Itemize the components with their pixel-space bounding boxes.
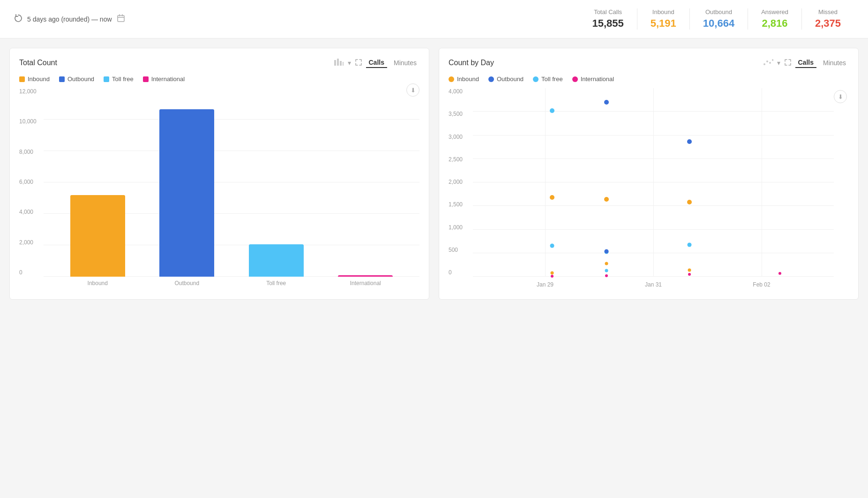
y-axis-label: 4,000 <box>19 209 39 215</box>
outbound-stat: Outbound 10,664 <box>689 8 748 30</box>
refresh-icon[interactable] <box>14 14 22 24</box>
charts-area: Total Count ▾ Calls Minu <box>0 38 868 309</box>
y-axis-label: 6,000 <box>19 179 39 185</box>
y-axis-label: 1,500 <box>449 201 468 208</box>
data-dot <box>688 268 691 272</box>
y-axis-label: 3,500 <box>449 111 468 117</box>
count-by-day-controls: ▾ Calls Minutes <box>763 58 849 68</box>
legend-label: Toll free <box>112 75 134 83</box>
x-axis-label: Toll free <box>237 277 315 290</box>
bar-chart-dropdown-icon[interactable]: ▾ <box>348 59 351 67</box>
legend-color <box>488 76 494 82</box>
legend-color <box>104 76 109 82</box>
data-dot <box>604 249 608 253</box>
total-count-expand-icon[interactable] <box>355 59 362 68</box>
count-by-day-title: Count by Day <box>449 59 494 67</box>
legend-item: Outbound <box>59 75 94 83</box>
y-axis-label: 1,000 <box>449 224 468 231</box>
data-dot <box>550 195 554 200</box>
total-count-calls-tab[interactable]: Calls <box>366 58 387 68</box>
x-date-label: Jan 29 <box>537 281 554 288</box>
y-axis-label: 4,000 <box>449 88 468 95</box>
x-axis-label: Outbound <box>148 277 226 290</box>
data-dot <box>550 108 554 113</box>
count-by-day-calls-tab[interactable]: Calls <box>795 58 816 68</box>
x-date-label: Jan 31 <box>645 281 662 288</box>
legend-label: Outbound <box>67 75 94 83</box>
data-dot <box>550 243 554 248</box>
legend-label: Inbound <box>457 75 479 83</box>
y-axis-label: 10,000 <box>19 118 39 125</box>
legend-color <box>59 76 65 82</box>
data-dot <box>688 273 691 276</box>
legend-color <box>533 76 539 82</box>
bar[interactable] <box>159 109 214 277</box>
total-count-legend: InboundOutboundToll freeInternational <box>19 75 419 83</box>
bar-y-axis: 02,0004,0006,0008,00010,00012,000 <box>19 88 44 290</box>
bar-group <box>148 88 226 277</box>
dot-chart-download-btn[interactable]: ⬇ <box>834 90 847 103</box>
y-axis-label: 0 <box>449 269 468 276</box>
y-axis-label: 2,000 <box>19 239 39 246</box>
missed-stat: Missed 2,375 <box>801 8 854 30</box>
legend-label: Outbound <box>497 75 524 83</box>
count-by-day-expand-icon[interactable] <box>784 59 792 68</box>
legend-item: Toll free <box>533 75 563 83</box>
legend-label: International <box>151 75 185 83</box>
legend-label: International <box>581 75 614 83</box>
count-by-day-chart: Count by Day ▾ Calls Min <box>439 48 859 300</box>
count-by-day-dropdown-icon[interactable]: ▾ <box>777 59 780 67</box>
total-count-header: Total Count ▾ Calls Minu <box>19 58 419 68</box>
data-dot <box>551 271 554 274</box>
top-bar: 5 days ago (rounded) — now Total Calls 1… <box>0 0 868 38</box>
total-calls-stat: Total Calls 15,855 <box>579 8 636 30</box>
calendar-icon[interactable] <box>117 14 125 24</box>
legend-item: Inbound <box>19 75 50 83</box>
legend-item: International <box>572 75 614 83</box>
data-dot <box>605 269 608 272</box>
y-axis-label: 500 <box>449 247 468 253</box>
svg-rect-1 <box>334 60 336 66</box>
total-count-chart: Total Count ▾ Calls Minu <box>9 48 429 300</box>
bar-group <box>327 88 405 277</box>
bar[interactable] <box>249 244 304 277</box>
svg-point-8 <box>772 59 773 61</box>
svg-point-6 <box>766 60 768 62</box>
bar-chart-download-btn[interactable]: ⬇ <box>406 83 419 97</box>
bar[interactable] <box>70 195 125 277</box>
total-count-title: Total Count <box>19 59 57 67</box>
bar-group <box>237 88 315 277</box>
svg-rect-2 <box>337 59 339 66</box>
y-axis-label: 8,000 <box>19 149 39 155</box>
time-range-section: 5 days ago (rounded) — now <box>14 14 125 24</box>
svg-rect-4 <box>343 62 344 66</box>
answered-stat: Answered 2,816 <box>748 8 801 30</box>
data-dot <box>687 200 692 204</box>
y-axis-label: 3,000 <box>449 134 468 140</box>
legend-item: Outbound <box>488 75 524 83</box>
data-dot <box>605 262 608 265</box>
data-dot <box>604 100 609 105</box>
y-axis-label: 2,000 <box>449 179 468 185</box>
data-dot <box>778 272 781 275</box>
x-axis-label: Inbound <box>59 277 137 290</box>
line-chart-icon[interactable] <box>763 59 773 68</box>
legend-item: Toll free <box>104 75 134 83</box>
stats-row: Total Calls 15,855 Inbound 5,191 Outboun… <box>579 8 854 30</box>
legend-color <box>143 76 149 82</box>
legend-color <box>572 76 578 82</box>
count-by-day-minutes-tab[interactable]: Minutes <box>820 58 849 68</box>
bar-chart-icon[interactable] <box>334 58 344 68</box>
svg-point-7 <box>769 62 771 64</box>
total-count-controls: ▾ Calls Minutes <box>334 58 420 68</box>
total-count-minutes-tab[interactable]: Minutes <box>391 58 419 68</box>
legend-item: Inbound <box>449 75 479 83</box>
dot-y-axis: 05001,0001,5002,0002,5003,0003,5004,000 <box>449 88 473 290</box>
time-range-text: 5 days ago (rounded) — now <box>27 15 112 23</box>
data-dot <box>604 197 609 202</box>
legend-label: Inbound <box>28 75 50 83</box>
y-axis-label: 0 <box>19 269 39 276</box>
legend-item: International <box>143 75 185 83</box>
data-dot <box>687 139 692 144</box>
svg-point-5 <box>763 63 765 65</box>
